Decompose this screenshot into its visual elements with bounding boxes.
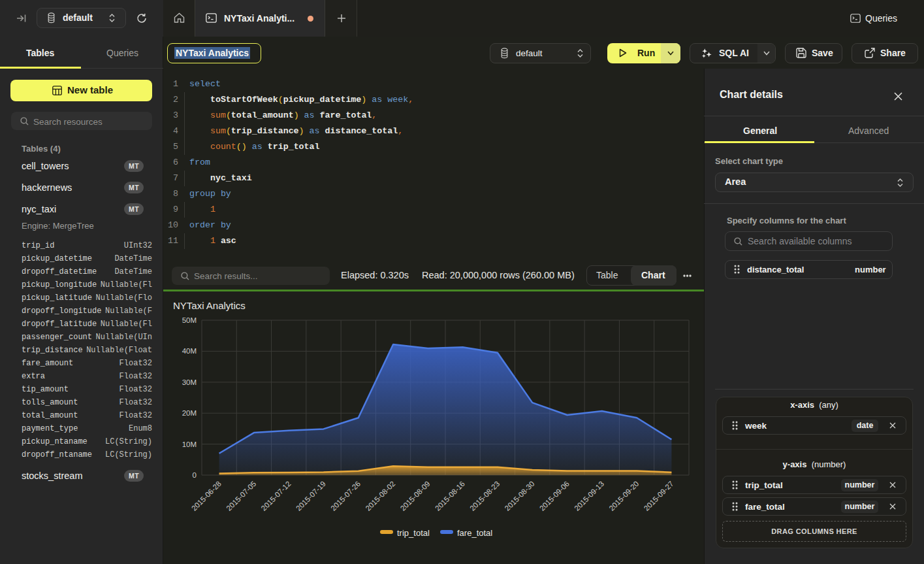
svg-text:50M: 50M xyxy=(182,316,197,324)
svg-text:2015-07-05: 2015-07-05 xyxy=(225,480,257,512)
svg-text:30M: 30M xyxy=(182,378,197,386)
svg-text:2015-08-16: 2015-08-16 xyxy=(434,480,466,512)
svg-text:2015-08-09: 2015-08-09 xyxy=(399,480,432,512)
svg-text:2015-09-20: 2015-09-20 xyxy=(607,480,640,512)
svg-text:2015-07-26: 2015-07-26 xyxy=(329,480,362,512)
svg-text:trip_total: trip_total xyxy=(397,528,430,538)
svg-text:2015-08-23: 2015-08-23 xyxy=(468,480,501,512)
svg-text:20M: 20M xyxy=(182,409,197,417)
svg-text:2015-09-27: 2015-09-27 xyxy=(643,480,675,512)
svg-text:2015-09-13: 2015-09-13 xyxy=(573,480,605,512)
svg-text:2015-07-12: 2015-07-12 xyxy=(260,480,293,512)
svg-text:2015-08-02: 2015-08-02 xyxy=(364,480,396,512)
svg-text:0: 0 xyxy=(193,471,197,479)
svg-text:2015-07-19: 2015-07-19 xyxy=(295,480,327,512)
svg-text:2015-08-30: 2015-08-30 xyxy=(503,480,536,512)
svg-text:NYTaxi Analytics: NYTaxi Analytics xyxy=(173,300,246,311)
svg-text:2015-09-06: 2015-09-06 xyxy=(538,480,571,512)
svg-text:10M: 10M xyxy=(182,440,197,448)
svg-text:fare_total: fare_total xyxy=(457,528,492,538)
svg-text:40M: 40M xyxy=(182,347,197,355)
svg-text:2015-06-28: 2015-06-28 xyxy=(190,480,223,512)
